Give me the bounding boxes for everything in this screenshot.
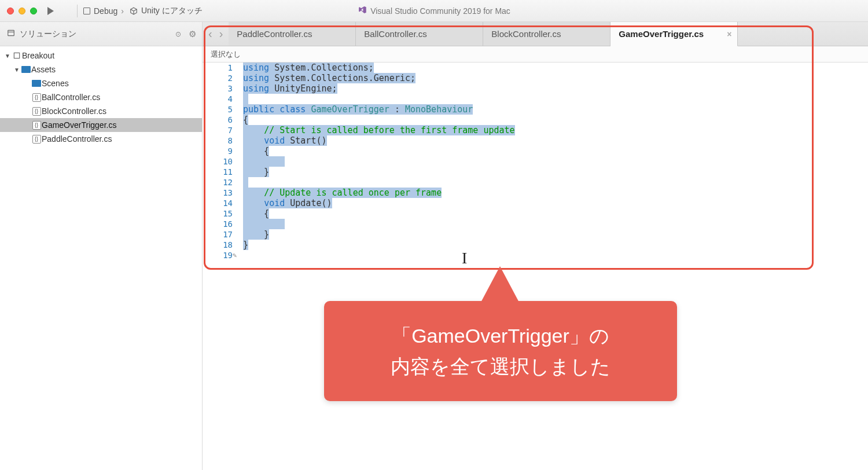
line-number: 19 [203, 250, 243, 260]
code-line[interactable]: 11 } [203, 167, 868, 177]
folder-icon [31, 80, 42, 87]
code-line[interactable]: 14 void Update() [203, 198, 868, 208]
code-line[interactable]: 3using UnityEngine; [203, 83, 868, 94]
svg-rect-0 [8, 30, 14, 35]
line-number: 8 [203, 135, 243, 146]
code-text[interactable]: // Start is called before the first fram… [243, 125, 868, 135]
configuration-label[interactable]: Debug [94, 6, 117, 16]
code-line[interactable]: 12 [203, 177, 868, 188]
code-line[interactable]: 2using System.Collections.Generic; [203, 73, 868, 83]
code-line[interactable]: 7 // Start is called before the first fr… [203, 125, 868, 135]
minimize-window-button[interactable] [19, 8, 25, 14]
editor-tab[interactable]: PaddleController.cs [229, 22, 356, 46]
close-window-button[interactable] [7, 8, 14, 14]
code-text[interactable]: { [243, 208, 868, 219]
code-text[interactable]: { [243, 146, 868, 156]
editor-area: ‹ › PaddleController.csBallController.cs… [203, 22, 868, 470]
expand-arrow-icon[interactable]: ▼ [13, 67, 21, 73]
code-text[interactable]: { [243, 115, 868, 125]
code-editor[interactable]: 1using System.Collections;2using System.… [203, 63, 868, 470]
code-line[interactable]: 17 } [203, 229, 868, 240]
code-text[interactable]: public class GameOverTrigger : MonoBehav… [243, 104, 868, 115]
code-text[interactable]: // Update is called once per frame [243, 188, 868, 198]
pin-icon[interactable]: ⊙ [175, 30, 181, 38]
code-line[interactable]: 13 // Update is called once per frame [203, 188, 868, 198]
tree-file-paddle[interactable]: {} PaddleController.cs [0, 132, 202, 146]
solution-node-icon [12, 52, 22, 60]
code-text[interactable]: } [243, 240, 868, 250]
code-text[interactable] [243, 219, 868, 229]
sidebar-title: ソリューション [20, 29, 76, 39]
code-line[interactable]: 1using System.Collections; [203, 63, 868, 73]
editor-tab[interactable]: GameOverTrigger.cs× [610, 22, 738, 46]
code-text[interactable]: using System.Collections.Generic; [243, 73, 868, 83]
breadcrumb-text: 選択なし [211, 49, 241, 60]
solution-icon [7, 29, 15, 39]
code-text[interactable]: using System.Collections; [243, 63, 868, 73]
code-line[interactable]: 15 { [203, 208, 868, 219]
line-number: 10 [203, 156, 243, 167]
code-text[interactable] [243, 156, 868, 167]
zoom-window-button[interactable] [30, 8, 37, 14]
nav-forward-button[interactable]: › [217, 27, 226, 41]
code-line[interactable]: 19 [203, 250, 868, 260]
line-number: 4 [203, 94, 243, 104]
line-number: 9 [203, 146, 243, 156]
code-text[interactable] [243, 177, 868, 188]
tree-assets[interactable]: ▼ Assets [0, 63, 202, 76]
titlebar: Debug › Unity にアタッチ Visual Studio Commun… [0, 0, 868, 22]
csharp-file-icon: {} [31, 107, 42, 116]
svg-rect-2 [14, 53, 19, 58]
tree-file-label: BlockController.cs [42, 107, 106, 116]
code-line[interactable]: 9 { [203, 146, 868, 156]
run-button[interactable] [47, 7, 54, 15]
toolbar-separator [77, 5, 78, 17]
line-number: 18 [203, 240, 243, 250]
code-text[interactable]: void Start() [243, 135, 868, 146]
line-number: 12 [203, 177, 243, 188]
line-number: 6 [203, 115, 243, 125]
code-text[interactable] [243, 250, 868, 260]
solution-tree[interactable]: ▼ Breakout ▼ Assets Scenes {} BallContro… [0, 46, 202, 470]
code-line[interactable]: 16 [203, 219, 868, 229]
tree-root[interactable]: ▼ Breakout [0, 49, 202, 63]
tree-file-gameover[interactable]: {} GameOverTrigger.cs [0, 118, 202, 132]
csharp-file-icon: {} [31, 93, 42, 102]
tab-label: BlockController.cs [491, 29, 561, 39]
configuration-icon [83, 8, 90, 14]
editor-tab[interactable]: BallController.cs [356, 22, 483, 46]
tree-scenes[interactable]: Scenes [0, 76, 202, 90]
window-title: Visual Studio Community 2019 for Mac [358, 5, 510, 16]
target-icon [130, 7, 138, 15]
code-line[interactable]: 10 [203, 156, 868, 167]
tree-root-label: Breakout [22, 51, 54, 60]
editor-tab[interactable]: BlockController.cs [483, 22, 610, 46]
code-text[interactable] [243, 94, 868, 104]
line-number: 16 [203, 219, 243, 229]
line-number: 14 [203, 198, 243, 208]
code-line[interactable]: 18} [203, 240, 868, 250]
tab-label: PaddleController.cs [237, 29, 312, 39]
code-text[interactable]: using UnityEngine; [243, 83, 868, 94]
tree-file-ball[interactable]: {} BallController.cs [0, 90, 202, 104]
edit-indicator-icon: ✎ [233, 251, 237, 259]
tree-assets-label: Assets [31, 65, 56, 74]
code-text[interactable]: } [243, 229, 868, 240]
nav-back-button[interactable]: ‹ [206, 27, 215, 41]
gear-icon[interactable]: ⚙ [189, 29, 196, 39]
tree-file-block[interactable]: {} BlockController.cs [0, 104, 202, 118]
tree-file-label: BallController.cs [42, 93, 100, 102]
line-number: 11 [203, 167, 243, 177]
code-line[interactable]: 5public class GameOverTrigger : MonoBeha… [203, 104, 868, 115]
tab-close-icon[interactable]: × [727, 30, 731, 39]
code-line[interactable]: 4 [203, 94, 868, 104]
line-number: 5 [203, 104, 243, 115]
code-line[interactable]: 8 void Start() [203, 135, 868, 146]
target-label[interactable]: Unity にアタッチ [141, 6, 203, 16]
code-text[interactable]: } [243, 167, 868, 177]
expand-arrow-icon[interactable]: ▼ [3, 53, 12, 59]
line-number: 3 [203, 83, 243, 94]
code-text[interactable]: void Update() [243, 198, 868, 208]
code-line[interactable]: 6{ [203, 115, 868, 125]
editor-breadcrumb[interactable]: 選択なし [203, 46, 868, 63]
